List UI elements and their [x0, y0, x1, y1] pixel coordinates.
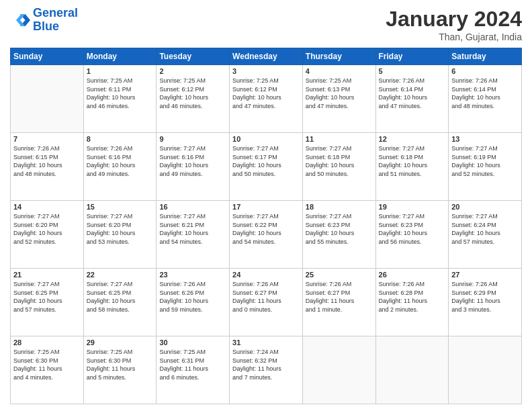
day-number: 9	[159, 135, 226, 143]
calendar-cell: 28Sunrise: 7:25 AM Sunset: 6:30 PM Dayli…	[11, 336, 84, 404]
calendar-cell	[449, 336, 522, 404]
day-info: Sunrise: 7:25 AM Sunset: 6:13 PM Dayligh…	[306, 77, 373, 110]
day-number: 2	[159, 67, 226, 75]
day-info: Sunrise: 7:26 AM Sunset: 6:15 PM Dayligh…	[13, 144, 81, 178]
header-day-monday: Monday	[83, 48, 157, 65]
day-number: 15	[87, 203, 154, 211]
day-number: 14	[13, 203, 81, 211]
day-info: Sunrise: 7:27 AM Sunset: 6:25 PM Dayligh…	[13, 280, 81, 314]
header-day-wednesday: Wednesday	[230, 48, 303, 65]
day-info: Sunrise: 7:25 AM Sunset: 6:12 PM Dayligh…	[159, 77, 226, 110]
day-number: 28	[13, 338, 81, 347]
logo-text: General Blue	[33, 7, 78, 34]
calendar-cell: 1Sunrise: 7:25 AM Sunset: 6:11 PM Daylig…	[83, 65, 157, 133]
calendar-cell: 10Sunrise: 7:27 AM Sunset: 6:17 PM Dayli…	[230, 133, 303, 201]
day-info: Sunrise: 7:27 AM Sunset: 6:25 PM Dayligh…	[87, 280, 154, 314]
day-info: Sunrise: 7:25 AM Sunset: 6:11 PM Dayligh…	[87, 77, 154, 110]
calendar-cell: 23Sunrise: 7:26 AM Sunset: 6:26 PM Dayli…	[157, 269, 230, 336]
day-number: 16	[159, 203, 226, 211]
calendar-body: 1Sunrise: 7:25 AM Sunset: 6:11 PM Daylig…	[11, 65, 522, 404]
day-info: Sunrise: 7:25 AM Sunset: 6:31 PM Dayligh…	[159, 348, 226, 381]
day-info: Sunrise: 7:25 AM Sunset: 6:30 PM Dayligh…	[13, 348, 81, 381]
day-info: Sunrise: 7:27 AM Sunset: 6:21 PM Dayligh…	[159, 212, 226, 246]
day-number: 1	[87, 67, 154, 75]
calendar-cell	[11, 65, 84, 133]
day-info: Sunrise: 7:25 AM Sunset: 6:30 PM Dayligh…	[87, 348, 154, 381]
calendar-cell: 24Sunrise: 7:26 AM Sunset: 6:27 PM Dayli…	[230, 269, 303, 336]
page: General Blue January 2024 Than, Gujarat,…	[0, 0, 532, 411]
calendar-cell: 13Sunrise: 7:27 AM Sunset: 6:19 PM Dayli…	[449, 133, 522, 201]
calendar-cell: 5Sunrise: 7:26 AM Sunset: 6:14 PM Daylig…	[375, 65, 449, 133]
week-row-4: 28Sunrise: 7:25 AM Sunset: 6:30 PM Dayli…	[11, 336, 522, 404]
header-day-sunday: Sunday	[11, 48, 84, 65]
day-info: Sunrise: 7:27 AM Sunset: 6:18 PM Dayligh…	[379, 144, 446, 178]
calendar-cell	[302, 336, 375, 404]
day-info: Sunrise: 7:27 AM Sunset: 6:22 PM Dayligh…	[232, 212, 300, 246]
day-number: 7	[13, 135, 81, 143]
day-number: 5	[379, 67, 446, 75]
calendar-cell: 15Sunrise: 7:27 AM Sunset: 6:20 PM Dayli…	[83, 201, 157, 269]
day-number: 19	[379, 203, 446, 211]
day-info: Sunrise: 7:27 AM Sunset: 6:18 PM Dayligh…	[306, 144, 373, 178]
header: General Blue January 2024 Than, Gujarat,…	[10, 7, 522, 42]
week-row-0: 1Sunrise: 7:25 AM Sunset: 6:11 PM Daylig…	[11, 65, 522, 133]
calendar-cell: 26Sunrise: 7:26 AM Sunset: 6:28 PM Dayli…	[375, 269, 449, 336]
calendar-cell: 4Sunrise: 7:25 AM Sunset: 6:13 PM Daylig…	[302, 65, 375, 133]
day-number: 3	[232, 67, 300, 75]
title-block: January 2024 Than, Gujarat, India	[386, 7, 522, 42]
calendar-table: SundayMondayTuesdayWednesdayThursdayFrid…	[10, 48, 522, 404]
day-info: Sunrise: 7:26 AM Sunset: 6:29 PM Dayligh…	[451, 280, 519, 314]
day-number: 11	[306, 135, 373, 143]
day-number: 20	[451, 203, 519, 211]
day-number: 8	[87, 135, 154, 143]
calendar-cell: 7Sunrise: 7:26 AM Sunset: 6:15 PM Daylig…	[11, 133, 84, 201]
day-number: 24	[232, 271, 300, 279]
day-info: Sunrise: 7:26 AM Sunset: 6:16 PM Dayligh…	[87, 144, 154, 178]
day-info: Sunrise: 7:26 AM Sunset: 6:27 PM Dayligh…	[306, 280, 373, 314]
calendar-cell: 19Sunrise: 7:27 AM Sunset: 6:23 PM Dayli…	[375, 201, 449, 269]
day-number: 17	[232, 203, 300, 211]
day-info: Sunrise: 7:27 AM Sunset: 6:20 PM Dayligh…	[87, 212, 154, 246]
day-number: 29	[87, 338, 154, 347]
day-number: 21	[13, 271, 81, 279]
day-info: Sunrise: 7:27 AM Sunset: 6:23 PM Dayligh…	[379, 212, 446, 246]
day-number: 4	[306, 67, 373, 75]
calendar-cell: 25Sunrise: 7:26 AM Sunset: 6:27 PM Dayli…	[302, 269, 375, 336]
day-number: 31	[232, 338, 300, 347]
header-day-saturday: Saturday	[449, 48, 522, 65]
calendar-cell: 16Sunrise: 7:27 AM Sunset: 6:21 PM Dayli…	[157, 201, 230, 269]
day-info: Sunrise: 7:27 AM Sunset: 6:19 PM Dayligh…	[451, 144, 519, 178]
day-info: Sunrise: 7:26 AM Sunset: 6:14 PM Dayligh…	[451, 77, 519, 110]
day-info: Sunrise: 7:26 AM Sunset: 6:28 PM Dayligh…	[379, 280, 446, 314]
calendar-cell: 22Sunrise: 7:27 AM Sunset: 6:25 PM Dayli…	[83, 269, 157, 336]
week-row-2: 14Sunrise: 7:27 AM Sunset: 6:20 PM Dayli…	[11, 201, 522, 269]
day-info: Sunrise: 7:24 AM Sunset: 6:32 PM Dayligh…	[232, 348, 300, 381]
logo-line2: Blue	[33, 19, 59, 33]
day-number: 6	[451, 67, 519, 75]
week-row-3: 21Sunrise: 7:27 AM Sunset: 6:25 PM Dayli…	[11, 269, 522, 336]
day-info: Sunrise: 7:26 AM Sunset: 6:27 PM Dayligh…	[232, 280, 300, 314]
day-number: 27	[451, 271, 519, 279]
calendar-cell: 3Sunrise: 7:25 AM Sunset: 6:12 PM Daylig…	[230, 65, 303, 133]
day-number: 13	[451, 135, 519, 143]
day-info: Sunrise: 7:25 AM Sunset: 6:12 PM Dayligh…	[232, 77, 300, 110]
calendar-cell: 31Sunrise: 7:24 AM Sunset: 6:32 PM Dayli…	[230, 336, 303, 404]
day-number: 10	[232, 135, 300, 143]
day-number: 12	[379, 135, 446, 143]
day-number: 26	[379, 271, 446, 279]
subtitle: Than, Gujarat, India	[386, 32, 522, 42]
logo-line1: General	[33, 6, 78, 19]
calendar-cell	[375, 336, 449, 404]
calendar-cell: 12Sunrise: 7:27 AM Sunset: 6:18 PM Dayli…	[375, 133, 449, 201]
calendar-header: SundayMondayTuesdayWednesdayThursdayFrid…	[11, 48, 522, 65]
day-info: Sunrise: 7:27 AM Sunset: 6:17 PM Dayligh…	[232, 144, 300, 178]
day-info: Sunrise: 7:27 AM Sunset: 6:23 PM Dayligh…	[306, 212, 373, 246]
day-number: 25	[306, 271, 373, 279]
day-info: Sunrise: 7:27 AM Sunset: 6:16 PM Dayligh…	[159, 144, 226, 178]
calendar-cell: 20Sunrise: 7:27 AM Sunset: 6:24 PM Dayli…	[449, 201, 522, 269]
calendar-cell: 30Sunrise: 7:25 AM Sunset: 6:31 PM Dayli…	[157, 336, 230, 404]
calendar-cell: 18Sunrise: 7:27 AM Sunset: 6:23 PM Dayli…	[302, 201, 375, 269]
header-day-friday: Friday	[375, 48, 449, 65]
calendar-cell: 21Sunrise: 7:27 AM Sunset: 6:25 PM Dayli…	[11, 269, 84, 336]
calendar-cell: 14Sunrise: 7:27 AM Sunset: 6:20 PM Dayli…	[11, 201, 84, 269]
